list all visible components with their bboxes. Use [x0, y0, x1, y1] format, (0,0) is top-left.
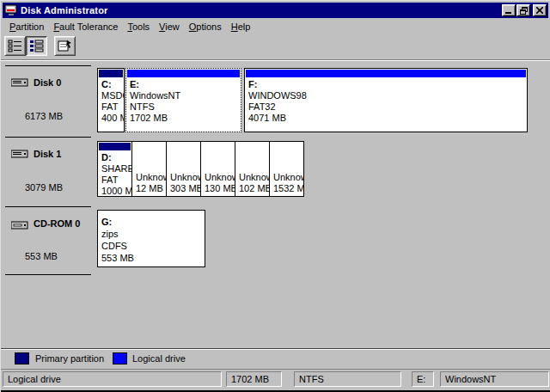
menu-tools[interactable]: Tools: [127, 21, 150, 32]
cdrom-icon: [11, 220, 28, 230]
logical-drive-strip: [127, 70, 240, 77]
status-volume-label: WindowsNT: [440, 371, 549, 387]
device-name: CD-ROM 0: [34, 218, 80, 229]
primary-partition-strip: [99, 143, 131, 150]
device-name: Disk 0: [34, 77, 61, 88]
restore-icon: [520, 7, 528, 15]
minimize-button[interactable]: [502, 4, 516, 16]
properties-button[interactable]: [54, 36, 76, 56]
status-partition-type: Logical drive: [3, 371, 222, 387]
partition-unknown-1[interactable]: Unknown 12 MB: [131, 141, 167, 197]
partition-unknown-3[interactable]: Unknown 130 MB: [200, 141, 235, 197]
minimize-icon: [505, 12, 511, 14]
partition-e-selected[interactable]: E: WindowsNT NTFS 1702 MB: [125, 68, 241, 132]
device-separator: [5, 274, 91, 275]
disk-icon: [11, 77, 28, 88]
status-drive-letter: E:: [412, 371, 434, 387]
partition-unknown-4[interactable]: Unknown 102 MB: [235, 141, 270, 197]
menu-partition[interactable]: Partition: [9, 21, 44, 32]
toolbar-separator: [1, 59, 550, 61]
disk-administrator-window: Disk Administrator Partition Fault Toler…: [0, 0, 550, 392]
close-icon: [536, 7, 543, 14]
partition-c[interactable]: C: MSDOS FAT 400 MB: [97, 68, 125, 132]
primary-partition-swatch: [15, 352, 29, 364]
title-bar[interactable]: Disk Administrator: [3, 3, 548, 18]
logical-drive-strip: [246, 70, 526, 77]
partition-g[interactable]: G: zips CDFS 553 MB: [97, 210, 205, 267]
primary-partition-strip: [99, 70, 123, 77]
device-separator: [5, 206, 91, 207]
disk-configuration-view-button[interactable]: [4, 36, 26, 56]
window-title: Disk Administrator: [21, 5, 108, 15]
legend-logical-label: Logical drive: [132, 353, 186, 364]
device-size: 6173 MB: [25, 111, 63, 121]
disk-icon: [11, 149, 28, 159]
close-button[interactable]: [533, 4, 547, 16]
device-separator: [5, 65, 91, 66]
disk-view-icon: [8, 40, 22, 52]
volumes-view-icon: [29, 40, 44, 52]
volumes-view-button[interactable]: [26, 36, 47, 56]
device-separator: [5, 137, 91, 138]
partition-unknown-2[interactable]: Unknown 303 MB: [166, 141, 201, 197]
app-icon: [4, 4, 18, 16]
menu-help[interactable]: Help: [231, 21, 251, 32]
partition-unknown-5[interactable]: Unknown 1532 MB: [269, 141, 304, 197]
menu-options[interactable]: Options: [189, 21, 222, 32]
device-size: 553 MB: [25, 251, 58, 261]
status-filesystem: NTFS: [294, 371, 401, 387]
menu-view[interactable]: View: [159, 21, 180, 32]
menu-fault-tolerance[interactable]: Fault Tolerance: [53, 21, 118, 32]
partition-d[interactable]: D: SHARE FAT 1000 MB: [97, 141, 132, 197]
status-size: 1702 MB: [226, 371, 282, 387]
device-size: 3079 MB: [25, 182, 63, 193]
restore-button[interactable]: [516, 4, 530, 16]
properties-icon: [58, 40, 72, 52]
menu-bar: Partition Fault Tolerance Tools View Opt…: [3, 19, 548, 34]
statusbar-separator: [1, 369, 550, 370]
partition-f[interactable]: F: WINDOWS98 FAT32 4071 MB: [244, 68, 528, 132]
legend-separator: [1, 348, 550, 350]
device-name: Disk 1: [34, 149, 61, 159]
logical-drive-swatch: [113, 352, 127, 364]
legend-primary-label: Primary partition: [35, 353, 104, 364]
